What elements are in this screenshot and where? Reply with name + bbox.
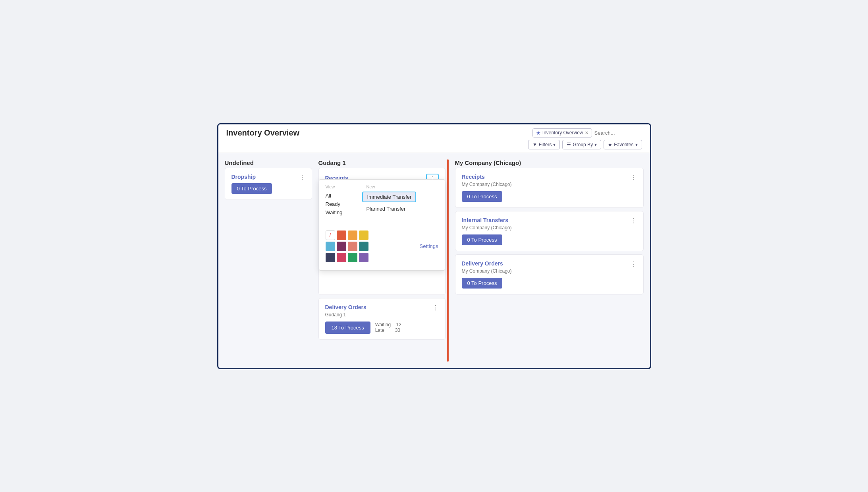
color-none[interactable]: / <box>326 231 335 240</box>
star-icon: ★ <box>536 130 541 136</box>
receipts-chicago-process-button[interactable]: 0 To Process <box>462 191 503 202</box>
favorites-button[interactable]: ★ Favorites ▾ <box>604 140 642 149</box>
card-receipts-gudang: Receipts ⋮ View All Ready Waiting <box>318 168 446 295</box>
color-purple[interactable] <box>359 253 368 262</box>
color-pink[interactable] <box>337 253 346 262</box>
internal-transfers-subtitle: My Company (Chicago) <box>462 225 637 231</box>
card-receipts-chicago: Receipts ⋮ My Company (Chicago) 0 To Pro… <box>455 168 644 208</box>
card-dropship: Dropship ⋮ 0 To Process <box>225 168 312 200</box>
settings-link[interactable]: Settings <box>420 243 438 249</box>
dropdown-new-immediate[interactable]: Immediate Transfer <box>362 192 416 202</box>
waiting-label: Waiting 12 <box>375 322 401 327</box>
dropdown-new-col: New Immediate Transfer Planned Transfer <box>366 184 416 217</box>
close-tag-icon[interactable]: ✕ <box>585 130 588 136</box>
card-delivery-gudang: Delivery Orders ⋮ Gudang 1 18 To Process… <box>318 298 446 340</box>
column-mycompany: My Company (Chicago) Receipts ⋮ My Compa… <box>455 159 644 362</box>
dropdown-view-all[interactable]: All <box>326 192 343 200</box>
page-title: Inventory Overview <box>226 128 300 138</box>
column-gudang1: Gudang 1 Receipts ⋮ View All <box>318 159 446 362</box>
delivery-chicago-title[interactable]: Delivery Orders <box>462 260 637 267</box>
delivery-gudang-menu-button[interactable]: ⋮ <box>431 303 440 312</box>
dropship-process-button[interactable]: 0 To Process <box>231 183 272 194</box>
favorite-tag[interactable]: ★ Inventory Overview ✕ <box>532 128 592 138</box>
delivery-chicago-menu-button[interactable]: ⋮ <box>629 260 638 269</box>
filters-label: Filters <box>539 142 552 147</box>
toolbar: ▼ Filters ▾ ☰ Group By ▾ ★ Favorites ▾ <box>226 140 642 149</box>
groupby-icon: ☰ <box>567 142 571 147</box>
delivery-chicago-subtitle: My Company (Chicago) <box>462 268 637 274</box>
search-area: ★ Inventory Overview ✕ <box>532 128 642 138</box>
dropdown-new-planned[interactable]: Planned Transfer <box>366 205 416 213</box>
late-label: Late 30 <box>375 327 401 333</box>
dropship-menu-button[interactable]: ⋮ <box>297 173 307 182</box>
color-grid: / <box>326 231 368 262</box>
color-yellow[interactable] <box>359 231 368 240</box>
column-title-gudang1: Gudang 1 <box>318 159 446 166</box>
new-label: New <box>366 184 416 189</box>
color-darkblue[interactable] <box>326 253 335 262</box>
group-by-button[interactable]: ☰ Group By ▾ <box>562 140 601 149</box>
delivery-gudang-bottom: 18 To Process Waiting 12 Late 30 <box>325 322 439 334</box>
filter-icon: ▼ <box>532 142 537 147</box>
dropdown-menu: View All Ready Waiting New Immediate Tra… <box>319 179 445 271</box>
dropdown-top-section: View All Ready Waiting New Immediate Tra… <box>319 184 445 221</box>
dropdown-view-col: View All Ready Waiting <box>326 184 343 217</box>
column-undefined: Undefined Dropship ⋮ 0 To Process <box>225 159 312 362</box>
color-orange[interactable] <box>348 231 357 240</box>
app-frame: Inventory Overview ★ Inventory Overview … <box>217 123 651 369</box>
color-darkpurple[interactable] <box>337 242 346 251</box>
dropship-title[interactable]: Dropship <box>231 174 305 180</box>
dropdown-view-ready[interactable]: Ready <box>326 200 343 208</box>
groupby-chevron: ▾ <box>594 142 597 147</box>
search-input[interactable] <box>594 130 642 136</box>
filters-chevron: ▾ <box>553 142 556 147</box>
group-by-label: Group By <box>573 142 593 147</box>
color-red[interactable] <box>337 231 346 240</box>
receipts-chicago-menu-button[interactable]: ⋮ <box>629 173 638 182</box>
columns-wrapper: Undefined Dropship ⋮ 0 To Process Gudang… <box>218 153 650 368</box>
top-bar: Inventory Overview ★ Inventory Overview … <box>218 124 650 153</box>
color-salmon[interactable] <box>348 242 357 251</box>
dropdown-view-waiting[interactable]: Waiting <box>326 208 343 217</box>
filters-button[interactable]: ▼ Filters ▾ <box>528 140 560 149</box>
delivery-gudang-stats: Waiting 12 Late 30 <box>375 322 401 333</box>
column-title-mycompany: My Company (Chicago) <box>455 159 644 166</box>
favorites-chevron: ▾ <box>635 142 638 147</box>
favorites-star-icon: ★ <box>608 142 612 147</box>
card-internal-transfers: Internal Transfers ⋮ My Company (Chicago… <box>455 211 644 251</box>
receipts-chicago-title[interactable]: Receipts <box>462 174 637 180</box>
card-delivery-chicago: Delivery Orders ⋮ My Company (Chicago) 0… <box>455 254 644 294</box>
internal-transfers-menu-button[interactable]: ⋮ <box>629 216 638 225</box>
color-lightblue[interactable] <box>326 242 335 251</box>
color-green[interactable] <box>348 253 357 262</box>
delivery-chicago-process-button[interactable]: 0 To Process <box>462 278 503 289</box>
receipts-dropdown: View All Ready Waiting New Immediate Tra… <box>319 179 445 271</box>
internal-transfers-title[interactable]: Internal Transfers <box>462 217 637 223</box>
delivery-gudang-process-button[interactable]: 18 To Process <box>325 322 370 334</box>
delivery-gudang-title[interactable]: Delivery Orders <box>325 304 439 310</box>
view-label: View <box>326 184 343 189</box>
color-teal[interactable] <box>359 242 368 251</box>
delivery-gudang-subtitle: Gudang 1 <box>325 312 439 318</box>
favorite-tag-label: Inventory Overview <box>542 130 583 136</box>
favorites-label: Favorites <box>614 142 633 147</box>
receipts-chicago-subtitle: My Company (Chicago) <box>462 182 637 187</box>
column-title-undefined: Undefined <box>225 159 312 166</box>
dropdown-color-section: / <box>319 227 445 265</box>
column-separator <box>447 159 449 362</box>
internal-transfers-process-button[interactable]: 0 To Process <box>462 234 503 245</box>
